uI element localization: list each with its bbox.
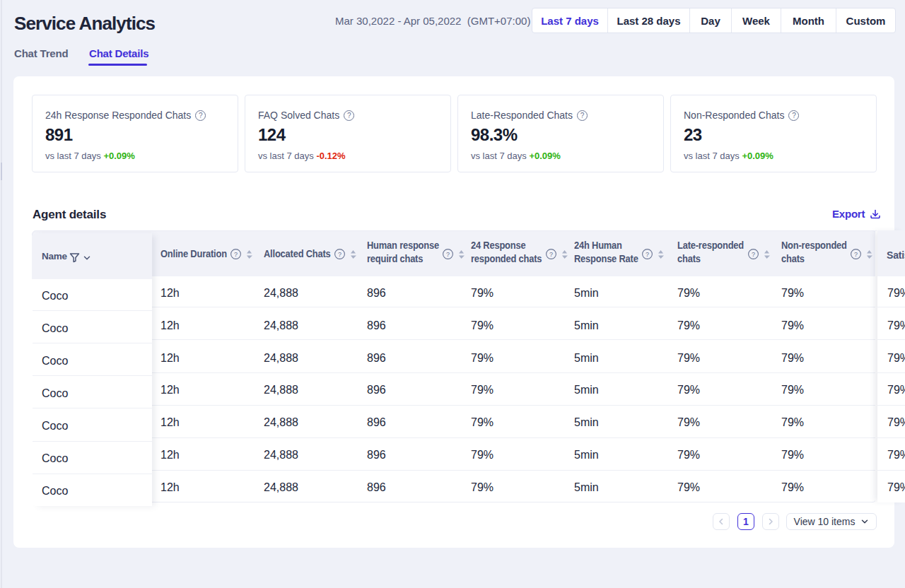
svg-text:?: ? — [446, 251, 450, 258]
svg-text:?: ? — [646, 251, 649, 258]
svg-text:?: ? — [752, 251, 755, 258]
svg-text:?: ? — [338, 251, 341, 258]
svg-text:?: ? — [549, 251, 553, 258]
svg-text:?: ? — [854, 251, 858, 258]
svg-text:?: ? — [234, 251, 238, 258]
